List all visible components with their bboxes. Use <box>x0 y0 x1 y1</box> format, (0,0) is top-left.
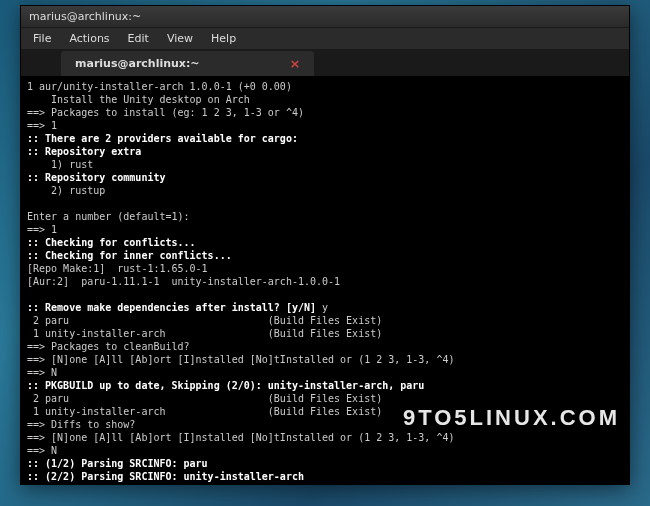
line: ==> 1 <box>27 224 57 235</box>
menu-edit[interactable]: Edit <box>120 30 157 47</box>
menu-actions[interactable]: Actions <box>61 30 117 47</box>
line: :: PKGBUILD up to date, Skipping (2/0): … <box>27 380 424 391</box>
line: 2 paru (Build Files Exist) <box>27 393 382 404</box>
line: 1 unity-installer-arch (Build Files Exis… <box>27 328 382 339</box>
line: ==> [N]one [A]ll [Ab]ort [I]nstalled [No… <box>27 354 454 365</box>
line: ==> 1 <box>27 120 57 131</box>
watermark: 9TO5LINUX.COM <box>403 405 620 431</box>
line: [Aur:2] paru-1.11.1-1 unity-installer-ar… <box>27 276 340 287</box>
line: ==> [N]one [A]ll [Ab]ort [I]nstalled [No… <box>27 432 454 443</box>
line: :: (2/2) Parsing SRCINFO: unity-installe… <box>27 471 304 482</box>
line: ==> Packages to cleanBuild? <box>27 341 190 352</box>
line: :: Repository extra <box>27 146 141 157</box>
line: :: Repository community <box>27 172 165 183</box>
close-icon[interactable]: × <box>290 56 301 71</box>
line: ==> Diffs to show? <box>27 419 135 430</box>
menu-view[interactable]: View <box>159 30 201 47</box>
window-title: marius@archlinux:~ <box>29 10 621 23</box>
line: ==> N <box>27 445 57 456</box>
terminal-tab[interactable]: marius@archlinux:~ × <box>61 51 314 76</box>
line: :: (1/2) Parsing SRCINFO: paru <box>27 458 208 469</box>
tabbar: marius@archlinux:~ × <box>21 50 629 76</box>
line: :: Remove make dependencies after instal… <box>27 302 316 313</box>
line: ==> N <box>27 367 57 378</box>
line: 1 unity-installer-arch (Build Files Exis… <box>27 406 382 417</box>
line: 2 paru (Build Files Exist) <box>27 315 382 326</box>
menubar: File Actions Edit View Help <box>21 28 629 50</box>
line: ==> Packages to install (eg: 1 2 3, 1-3 … <box>27 107 304 118</box>
tab-label: marius@archlinux:~ <box>75 57 200 70</box>
line: y <box>316 302 328 313</box>
line: [Repo Make:1] rust-1:1.65.0-1 <box>27 263 208 274</box>
menu-file[interactable]: File <box>25 30 59 47</box>
line: :: Checking for inner conflicts... <box>27 250 232 261</box>
line: Enter a number (default=1): <box>27 211 190 222</box>
window-titlebar[interactable]: marius@archlinux:~ <box>21 6 629 28</box>
line: 1 aur/unity-installer-arch 1.0.0-1 (+0 0… <box>27 81 292 92</box>
menu-help[interactable]: Help <box>203 30 244 47</box>
line: 1) rust <box>27 159 93 170</box>
line: :: There are 2 providers available for c… <box>27 133 298 144</box>
line: Install the Unity desktop on Arch <box>27 94 250 105</box>
line: 2) rustup <box>27 185 105 196</box>
line: :: Checking for conflicts... <box>27 237 196 248</box>
